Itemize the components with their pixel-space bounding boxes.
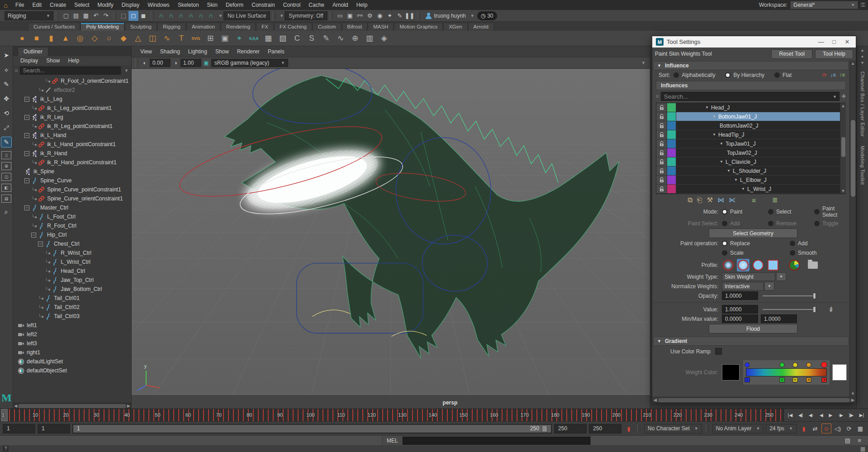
playback-speed-icon[interactable]: ⟳ <box>844 423 854 433</box>
time-bookmark-icon[interactable]: ▮ <box>799 423 809 433</box>
paint-select-add-radio[interactable] <box>722 221 727 226</box>
maximize-button[interactable]: □ <box>829 38 839 45</box>
tool-settings-titlebar[interactable]: M Tool Settings — □ ✕ <box>652 36 856 48</box>
free-image-plane-icon[interactable]: ▣ <box>218 32 232 45</box>
ramp-stop-3[interactable] <box>806 362 811 367</box>
influence-color-swatch[interactable] <box>667 157 676 166</box>
outliner-item-jaw-top-ctrl[interactable]: └●Jaw_Top_Ctrl <box>13 276 131 285</box>
snap-grid-icon[interactable]: ∩ <box>156 11 166 21</box>
outliner-item-chest-ctrl[interactable]: −Chest_Ctrl <box>13 239 131 248</box>
shelf-tab-motion-graphics[interactable]: Motion Graphics <box>394 23 443 31</box>
outliner-item-spine-curve-pointconstraint1[interactable]: └●Spine_Curve_pointConstraint1 <box>13 185 131 194</box>
expand-triangle-icon[interactable]: ▼ <box>712 114 716 119</box>
value-slider[interactable] <box>763 309 816 310</box>
time-bookmark-icon[interactable]: ▮ <box>624 423 634 433</box>
origin-locator-icon[interactable]: 0,0,0 <box>247 32 261 45</box>
shelf-tab-bifrost[interactable]: Bifrost <box>342 23 368 31</box>
shelf-tab-custom[interactable]: Custom <box>313 23 342 31</box>
sort-flat-radio[interactable] <box>774 72 780 78</box>
influence-color-swatch[interactable] <box>667 185 676 193</box>
quick-render-icon[interactable]: ▣ <box>345 11 355 21</box>
viewport-menu-shading[interactable]: Shading <box>156 48 184 55</box>
layout-persp-outliner-icon[interactable]: ◧ <box>1 184 11 192</box>
sort-alphabetically-radio[interactable] <box>674 72 679 78</box>
outliner-item-spine-curve-orientconstraint1[interactable]: └●Spine_Curve_orientConstraint1 <box>13 194 131 203</box>
zoom-tool-icon[interactable]: ⌕ <box>1 206 12 217</box>
paint-operation-scale-radio[interactable] <box>722 250 727 256</box>
auto-key-icon[interactable]: ⊙ <box>821 423 831 433</box>
influence-l-shoulder-j[interactable]: ▼L_Shoulder_J <box>656 167 845 176</box>
menu-display[interactable]: Display <box>118 2 143 8</box>
undo-icon[interactable]: ↶ <box>91 11 101 21</box>
expand-toggle-icon[interactable]: − <box>24 178 29 183</box>
influence-color-swatch[interactable] <box>667 167 676 175</box>
render-view-icon[interactable]: ▭ <box>335 11 345 21</box>
menu-skeleton[interactable]: Skeleton <box>174 2 203 8</box>
redo-icon[interactable]: ↷ <box>101 11 111 21</box>
menu-set-select[interactable]: Rigging ▼ <box>5 11 53 20</box>
outliner-item-ik-r-leg[interactable]: −ik_R_Leg <box>13 113 131 122</box>
paint-select-toggle-radio[interactable] <box>814 221 820 226</box>
lock-icon[interactable] <box>656 112 667 121</box>
menu-control[interactable]: Control <box>279 2 305 8</box>
outliner-item-defaultobjectset[interactable]: defaultObjectSet <box>13 366 131 375</box>
anim-prefs-icon[interactable]: ▦ <box>855 423 865 433</box>
menu-file[interactable]: File <box>11 2 28 8</box>
lock-icon[interactable] <box>656 185 667 193</box>
chevron-down-icon[interactable]: ▼ <box>218 14 223 18</box>
outliner-item-l-wrist-ctrl[interactable]: └●L_Wrist_Ctrl <box>13 257 131 266</box>
filter-icon[interactable]: ⌗ <box>656 93 659 100</box>
scroll-right-icon[interactable]: ▶ <box>851 398 854 402</box>
expand-toggle-icon[interactable]: − <box>24 115 29 120</box>
chevron-down-icon[interactable]: ▼ <box>641 61 645 65</box>
viewport-menu-renderer[interactable]: Renderer <box>233 48 264 55</box>
poly-cone-icon[interactable]: ▲ <box>59 32 72 45</box>
range-slider[interactable]: 1 250 <box>72 424 552 433</box>
filter-icon[interactable]: ⌗ <box>15 67 18 74</box>
paint-operation-add-radio[interactable] <box>790 241 795 246</box>
eyedropper-icon[interactable]: ✐ <box>827 305 835 314</box>
snap-point-icon[interactable]: ∩ <box>176 11 186 21</box>
influence-color-swatch[interactable] <box>667 121 676 130</box>
brush-ramp-icon[interactable] <box>788 259 801 271</box>
flood-button[interactable]: Flood <box>709 324 797 333</box>
ramp-stop-delete-0[interactable]: ✕ <box>745 377 750 382</box>
poly-disc-icon[interactable]: ○ <box>102 32 116 45</box>
poly-helix-icon[interactable]: ∿ <box>160 32 174 45</box>
scroll-up-icon[interactable]: ▲ <box>851 61 855 66</box>
shrink-wrap-icon[interactable]: ◈ <box>377 32 391 45</box>
outliner-item-defaultlightset[interactable]: defaultLightSet <box>13 357 131 366</box>
expand-triangle-icon[interactable]: ▼ <box>734 178 738 182</box>
expand-triangle-icon[interactable]: ▼ <box>705 105 709 109</box>
scroll-up-icon[interactable]: ▲ <box>841 104 845 108</box>
layout-two-pane-icon[interactable]: ◫ <box>1 173 11 181</box>
outliner-menu-show[interactable]: Show <box>43 57 63 64</box>
scale-tool-icon[interactable]: ⤢ <box>1 122 12 133</box>
influence-topjaw01-j[interactable]: ▼TopJaw01_J <box>656 139 845 148</box>
lasso-tool-icon[interactable]: ⟡ <box>1 64 12 75</box>
animation-end-field[interactable] <box>589 424 621 433</box>
tool-settings-horizontal-scrollbar[interactable]: ◀ ▶ <box>652 397 856 403</box>
poly-cylinder-icon[interactable]: ▮ <box>44 32 58 45</box>
outliner-item-tail-ctrl03[interactable]: └●Tail_Ctrl03 <box>13 312 131 321</box>
fps-select[interactable]: 24 fps▼ <box>766 424 797 433</box>
menu-edit[interactable]: Edit <box>28 2 46 8</box>
open-scene-icon[interactable]: ▤ <box>71 11 81 21</box>
type-tool-icon[interactable]: T <box>175 32 188 45</box>
influence-color-swatch[interactable] <box>667 176 676 184</box>
go-to-start-button[interactable]: |◀ <box>786 411 794 419</box>
scroll-up-icon[interactable]: ▲ <box>860 48 864 52</box>
menu-windows[interactable]: Windows <box>143 2 174 8</box>
exposure-field[interactable]: 0.00 <box>150 59 171 67</box>
live-surface-field[interactable]: No Live Surface <box>223 11 270 20</box>
refresh-influences-icon[interactable]: ⟳ <box>822 72 827 78</box>
chevron-down-icon[interactable]: ▼ <box>776 272 786 281</box>
minimize-button[interactable]: — <box>816 38 826 45</box>
home-icon[interactable]: ⌂ <box>4 1 8 9</box>
outliner-item-ik-l-hand[interactable]: −ik_L_Hand <box>13 131 131 140</box>
ramp-stop-4[interactable] <box>821 362 827 368</box>
menu-select[interactable]: Select <box>70 2 93 8</box>
shelf-tab-curves-surfaces[interactable]: Curves / Surfaces <box>28 23 80 31</box>
snap-projected-center-icon[interactable]: ∩ <box>186 11 196 21</box>
chevron-down-icon[interactable]: ▼ <box>764 282 774 290</box>
